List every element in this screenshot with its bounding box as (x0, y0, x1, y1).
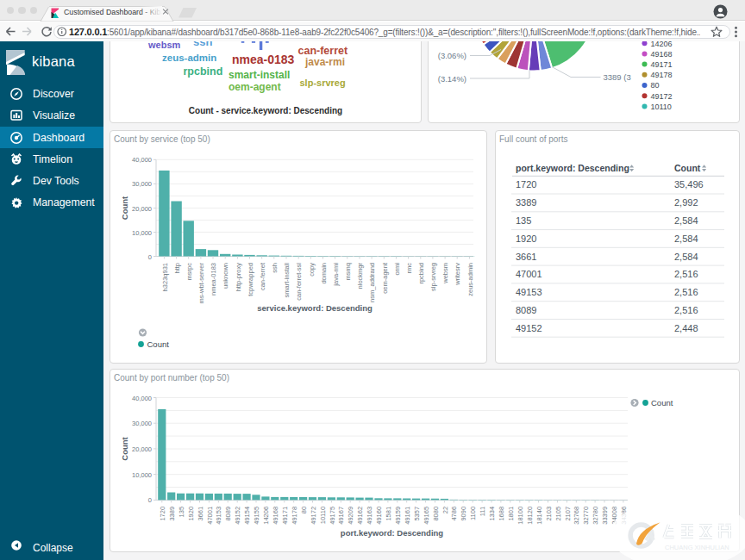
svg-text:8089: 8089 (224, 507, 232, 521)
svg-text:2,584: 2,584 (674, 252, 698, 262)
svg-text:websm: websm (441, 263, 449, 284)
svg-text:2,992: 2,992 (674, 197, 698, 208)
svg-text:2,584: 2,584 (674, 215, 698, 226)
svg-text:3389: 3389 (516, 197, 536, 208)
svg-text:nsm_addrand: nsm_addrand (368, 263, 376, 302)
svg-text:1581: 1581 (385, 507, 392, 521)
svg-text:49162: 49162 (356, 507, 364, 525)
svg-text:2103: 2103 (545, 507, 553, 521)
svg-text:1720: 1720 (516, 179, 536, 190)
svg-text:2105: 2105 (554, 507, 562, 521)
svg-text:49165: 49165 (423, 507, 430, 525)
svg-text:80: 80 (300, 507, 308, 513)
svg-text:49172: 49172 (651, 92, 673, 101)
svg-text:47001: 47001 (206, 507, 214, 525)
svg-text:49153: 49153 (516, 287, 542, 297)
svg-text:47001: 47001 (516, 269, 542, 279)
svg-text:smart-install: smart-install (229, 69, 290, 81)
svg-text:service.keyword: Descending: service.keyword: Descending (257, 303, 372, 313)
svg-text:30,000: 30,000 (132, 420, 152, 427)
svg-text:14206: 14206 (651, 41, 673, 48)
svg-text:135: 135 (516, 215, 531, 226)
svg-text:0: 0 (148, 253, 152, 261)
svg-text:49167: 49167 (338, 507, 346, 525)
svg-text:1801: 1801 (507, 507, 515, 521)
svg-text:nlockmgr: nlockmgr (356, 263, 364, 289)
svg-text:20,000: 20,000 (132, 205, 152, 213)
svg-text:35,496: 35,496 (674, 179, 704, 190)
svg-text:zeus-admin: zeus-admin (162, 53, 216, 63)
svg-text:10110: 10110 (651, 103, 672, 111)
svg-text:1334: 1334 (488, 507, 496, 521)
svg-text:rpcbind: rpcbind (417, 263, 425, 284)
svg-text:1920: 1920 (187, 507, 195, 521)
svg-text:msrpc: msrpc (185, 263, 193, 281)
svg-text:111: 111 (479, 507, 486, 516)
svg-text:10,000: 10,000 (132, 229, 152, 237)
svg-text:oem-agent: oem-agent (229, 81, 281, 93)
svg-text:22: 22 (441, 507, 449, 513)
svg-text:3389: 3389 (168, 507, 176, 521)
svg-text:32780: 32780 (592, 507, 599, 525)
svg-text:slp-srvreg: slp-srvreg (429, 263, 437, 291)
svg-text:can-ferret: can-ferret (298, 45, 348, 57)
svg-text:ssh: ssh (271, 263, 279, 273)
svg-text:copy: copy (308, 263, 316, 277)
svg-text:10,000: 10,000 (132, 471, 152, 479)
svg-text:http-proxy: http-proxy (235, 263, 242, 292)
svg-text:java-rmi: java-rmi (304, 56, 345, 68)
svg-text:domain: domain (320, 263, 328, 284)
svg-text:4786: 4786 (451, 507, 459, 521)
svg-text:40,000: 40,000 (132, 156, 152, 164)
svg-text:3661: 3661 (197, 507, 204, 521)
svg-text:20,000: 20,000 (132, 445, 152, 453)
svg-text:ormi: ormi (393, 263, 401, 276)
svg-text:ms-wbt-server: ms-wbt-server (197, 263, 205, 304)
svg-text:2,584: 2,584 (674, 233, 698, 244)
svg-text:slp-srvreg: slp-srvreg (300, 78, 346, 88)
svg-text:18120: 18120 (526, 507, 534, 525)
svg-text:unknown: unknown (222, 263, 229, 289)
svg-text:1100: 1100 (469, 507, 477, 520)
svg-text:msmq: msmq (344, 263, 352, 280)
svg-text:8089: 8089 (516, 305, 536, 315)
svg-text:tcpwrapped: tcpwrapped (247, 263, 254, 296)
svg-text:9090: 9090 (460, 507, 467, 521)
svg-text:Count: Count (120, 436, 129, 460)
svg-text:can-ferret-ssl: can-ferret-ssl (295, 263, 303, 301)
svg-text:49168: 49168 (272, 507, 279, 525)
svg-text:18100: 18100 (516, 507, 524, 525)
svg-text:40,000: 40,000 (132, 395, 152, 402)
svg-text:websm: websm (147, 41, 181, 50)
svg-text:1720: 1720 (159, 507, 166, 521)
svg-text:http: http (173, 263, 181, 274)
svg-text:(3.14%): (3.14%) (438, 74, 466, 84)
svg-text:49163: 49163 (366, 507, 373, 525)
svg-text:14206: 14206 (262, 507, 270, 525)
svg-text:3389 (3: 3389 (3 (604, 72, 631, 82)
svg-text:2,516: 2,516 (674, 287, 698, 297)
svg-text:2,516: 2,516 (674, 305, 698, 315)
svg-text:Count: Count (651, 398, 673, 408)
svg-text:49161: 49161 (404, 507, 411, 525)
svg-text:49168: 49168 (651, 50, 673, 59)
svg-text:49152: 49152 (516, 323, 542, 333)
svg-text:smart-install: smart-install (283, 263, 291, 298)
svg-text:32770: 32770 (582, 507, 590, 525)
svg-text:49178: 49178 (651, 71, 673, 79)
svg-text:49209: 49209 (347, 507, 354, 525)
svg-text:writesrv: writesrv (454, 263, 461, 286)
svg-text:ssh: ssh (193, 41, 212, 48)
svg-text:49175: 49175 (329, 507, 336, 525)
svg-text:33399: 33399 (601, 507, 609, 525)
svg-text:49171: 49171 (651, 60, 673, 69)
svg-text:49154: 49154 (243, 507, 251, 525)
svg-text:1688: 1688 (498, 507, 505, 521)
svg-text:java-rmi: java-rmi (332, 263, 340, 287)
svg-text:80: 80 (651, 81, 660, 90)
svg-text:rmc: rmc (405, 263, 413, 274)
svg-text:10110: 10110 (319, 507, 327, 524)
svg-text:3661: 3661 (516, 252, 536, 262)
svg-text:can-ferret: can-ferret (259, 262, 266, 290)
svg-text:rpcbind: rpcbind (184, 65, 223, 78)
